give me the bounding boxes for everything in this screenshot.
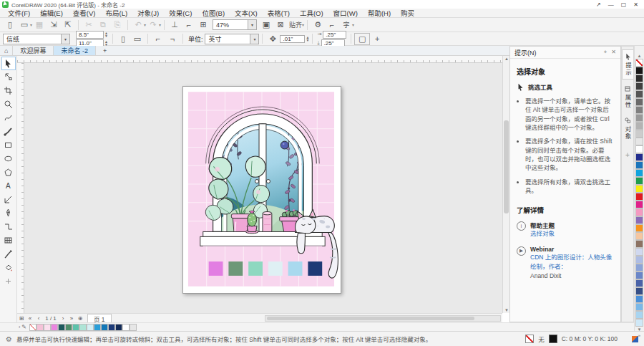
show-grid-icon[interactable]: ⊞ bbox=[196, 19, 210, 30]
pin-icon[interactable]: ⌖ bbox=[604, 49, 608, 56]
minimize-button[interactable]: — bbox=[608, 1, 614, 8]
color-swatch[interactable] bbox=[635, 193, 643, 201]
page-width-field[interactable]: 8.5" bbox=[76, 31, 104, 39]
color-swatch[interactable] bbox=[635, 256, 643, 264]
document-palette-swatch[interactable] bbox=[108, 324, 115, 331]
corner-icon[interactable]: ⌐ bbox=[325, 20, 339, 30]
status-gear-icon[interactable]: ⚙ bbox=[6, 335, 12, 343]
cut-icon[interactable]: ✂ bbox=[82, 19, 96, 30]
options-gear-icon[interactable]: ⚙ bbox=[311, 19, 325, 30]
copy-icon[interactable]: ⧉ bbox=[96, 19, 110, 30]
eyedropper-tool[interactable] bbox=[1, 247, 16, 261]
landscape-icon[interactable]: ▭ bbox=[130, 34, 145, 44]
text-options-icon[interactable]: 字 bbox=[339, 19, 353, 30]
show-guides-icon[interactable]: ⌐ bbox=[182, 20, 196, 30]
upgrade-icon[interactable]: ↗ bbox=[596, 1, 601, 8]
add-property-icon[interactable]: + bbox=[370, 34, 384, 44]
color-swatch[interactable] bbox=[635, 177, 643, 185]
welcome-tab[interactable]: 欢迎屏幕 bbox=[13, 46, 54, 55]
document-page[interactable] bbox=[182, 86, 341, 294]
document-palette-swatch[interactable] bbox=[58, 324, 65, 331]
rectangle-tool[interactable] bbox=[1, 138, 16, 152]
drawing-canvas[interactable] bbox=[24, 63, 502, 313]
zoom-level-select[interactable]: 47% ▾ bbox=[213, 19, 257, 30]
color-swatch[interactable] bbox=[635, 319, 643, 327]
document-palette-swatch[interactable] bbox=[72, 324, 79, 331]
new-tab-button[interactable]: + bbox=[96, 46, 114, 55]
first-page-icon[interactable]: « bbox=[26, 315, 34, 322]
color-swatch[interactable] bbox=[635, 201, 643, 208]
menu-item[interactable]: 购买 bbox=[396, 8, 419, 18]
add-tool-button[interactable] bbox=[1, 274, 16, 288]
menu-item[interactable]: 帮助(H) bbox=[363, 8, 396, 18]
document-palette-swatch[interactable] bbox=[122, 324, 130, 331]
fit-page-icon[interactable]: ⊞ bbox=[17, 315, 26, 322]
restore-button[interactable]: ▢ bbox=[621, 1, 627, 8]
document-palette-swatch[interactable] bbox=[65, 324, 72, 331]
color-swatch[interactable] bbox=[635, 145, 643, 153]
webinar-link[interactable]: CDN 上的图形设计：人物头像绘制，作者： bbox=[530, 253, 614, 271]
menu-item[interactable]: 查看(V) bbox=[68, 8, 101, 18]
color-swatch[interactable] bbox=[635, 98, 643, 106]
document-palette-swatch[interactable] bbox=[79, 324, 87, 331]
active-document-tab[interactable]: 未命名 -2 bbox=[54, 46, 96, 55]
color-swatch[interactable] bbox=[635, 67, 643, 75]
color-swatch[interactable] bbox=[635, 208, 643, 216]
prev-page-icon[interactable]: ‹ bbox=[34, 315, 43, 322]
last-page-icon[interactable]: » bbox=[67, 315, 76, 322]
document-palette-swatch[interactable] bbox=[51, 324, 58, 331]
import-icon[interactable]: ⇲ bbox=[47, 19, 61, 30]
snap-caret-icon[interactable]: ▾ bbox=[302, 22, 304, 27]
page-size-caret-icon[interactable]: ▾ bbox=[61, 34, 69, 44]
candle[interactable] bbox=[263, 209, 272, 232]
page-width-spinner[interactable]: ▲▼ bbox=[104, 32, 108, 37]
dimension-tool[interactable] bbox=[1, 193, 16, 206]
color-swatch[interactable] bbox=[635, 224, 643, 232]
menu-item[interactable]: 文件(F) bbox=[3, 8, 35, 18]
palette-scroll-left-icon[interactable]: ‹ bbox=[19, 325, 20, 330]
color-swatch[interactable] bbox=[635, 153, 643, 161]
document-palette-swatch[interactable] bbox=[115, 324, 122, 331]
menu-item[interactable]: 编辑(E) bbox=[35, 8, 68, 18]
palette-eyedropper-icon[interactable]: ✎ bbox=[21, 324, 26, 330]
add-docker-button[interactable]: + bbox=[625, 151, 630, 159]
text-options-caret-icon[interactable]: ▾ bbox=[352, 22, 354, 27]
connector-tool[interactable] bbox=[1, 220, 16, 234]
color-swatch[interactable] bbox=[635, 185, 643, 193]
palette-expand-icon[interactable]: » bbox=[638, 332, 640, 338]
vertical-scrollbar[interactable]: ▲ ▼ bbox=[502, 56, 509, 313]
nudge-field[interactable]: .01" bbox=[280, 35, 305, 43]
color-swatch[interactable] bbox=[635, 106, 643, 114]
document-palette-swatch[interactable] bbox=[44, 324, 51, 331]
menu-item[interactable]: 位图(B) bbox=[197, 8, 230, 18]
help-topic-link[interactable]: 选择对象 bbox=[530, 229, 555, 239]
paste-icon[interactable]: ⎘ bbox=[110, 19, 125, 30]
show-ruler-icon[interactable]: ⊥ bbox=[167, 19, 182, 30]
crop-tool[interactable] bbox=[1, 84, 16, 97]
color-swatch[interactable] bbox=[635, 311, 643, 319]
color-swatch[interactable] bbox=[635, 82, 643, 90]
palette-down-icon[interactable]: ▼ bbox=[638, 327, 642, 332]
color-swatch[interactable] bbox=[635, 240, 643, 248]
color-swatch[interactable] bbox=[635, 271, 643, 279]
horizontal-scrollbar[interactable] bbox=[265, 315, 501, 322]
color-swatch[interactable] bbox=[635, 122, 643, 130]
menu-item[interactable]: 效果(C) bbox=[164, 8, 197, 18]
color-swatch[interactable] bbox=[635, 279, 643, 287]
color-swatch[interactable] bbox=[635, 232, 643, 240]
windowsill[interactable] bbox=[200, 231, 325, 246]
menu-item[interactable]: 表格(T) bbox=[263, 8, 295, 18]
docker-tab-hints[interactable]: 提示 bbox=[622, 49, 633, 80]
undo-icon[interactable]: ↶ bbox=[131, 19, 145, 30]
menu-item[interactable]: 工具(O) bbox=[295, 8, 328, 18]
ellipse-tool[interactable] bbox=[1, 152, 16, 165]
docker-tab-objects[interactable]: 对象 bbox=[622, 114, 633, 143]
menu-item[interactable]: 窗口(W) bbox=[328, 8, 363, 18]
export-icon[interactable]: ⇱ bbox=[61, 19, 75, 30]
open-icon[interactable]: ▭ bbox=[17, 19, 31, 30]
snap-label[interactable]: 贴齐 bbox=[288, 19, 303, 30]
pen-tool[interactable] bbox=[1, 206, 16, 220]
document-palette-swatch[interactable] bbox=[101, 324, 108, 331]
page-1-tab[interactable]: 页 1 bbox=[87, 314, 112, 322]
vertical-scroll-thumb[interactable] bbox=[504, 120, 509, 213]
